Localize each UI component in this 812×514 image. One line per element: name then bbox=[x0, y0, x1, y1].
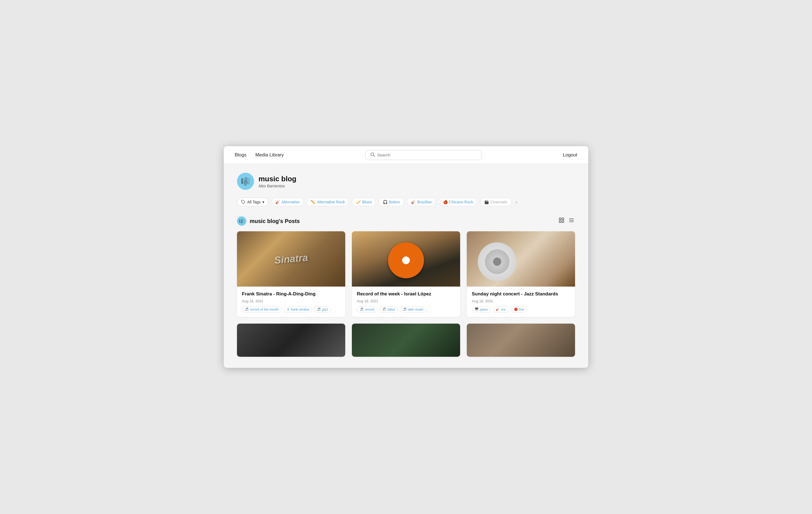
all-tags-button[interactable]: All Tags ▾ bbox=[237, 197, 268, 207]
tag-alternative-label: Alternative bbox=[282, 200, 300, 204]
post-card[interactable]: Sunday night concert - Jazz Standards Au… bbox=[467, 231, 575, 317]
view-controls bbox=[558, 217, 575, 225]
post-image-partial bbox=[352, 324, 460, 357]
svg-rect-5 bbox=[559, 221, 561, 222]
posts-avatar: 🎼 bbox=[237, 216, 246, 226]
tag-alternative-icon: 🎸 bbox=[276, 200, 280, 204]
tag-label: record bbox=[365, 307, 374, 312]
tag-icon: 🎸 bbox=[496, 307, 500, 311]
tags-next-chevron[interactable]: › bbox=[515, 199, 517, 205]
post-tag[interactable]: 🎵 jazz bbox=[314, 306, 331, 313]
tag-icon: 🎵 bbox=[382, 307, 386, 311]
tag-alternative-rock[interactable]: ✏️ Alternative Rock bbox=[307, 198, 349, 206]
post-title: Record of the week - Israel López bbox=[357, 291, 455, 297]
tag-bolero[interactable]: 🎧 Bolero bbox=[379, 198, 404, 206]
tag-alternative-rock-icon: ✏️ bbox=[311, 200, 315, 204]
post-body: Record of the week - Israel López Aug 18… bbox=[352, 287, 460, 317]
tag-cinematic[interactable]: 🎬 Cinematic bbox=[480, 198, 512, 206]
post-card[interactable]: Frank Sinatra - Ring-A-Ding-Ding Aug 18,… bbox=[237, 231, 345, 317]
post-card-partial[interactable] bbox=[237, 324, 345, 357]
blog-info: music blog Alex Barrientos bbox=[259, 174, 296, 188]
search-box bbox=[366, 150, 482, 160]
post-tag[interactable]: 🎵 salsa bbox=[379, 306, 398, 313]
grid-view-button[interactable] bbox=[558, 217, 565, 225]
tag-icon: 🎙 bbox=[287, 308, 290, 311]
search-input[interactable] bbox=[377, 153, 477, 157]
post-card[interactable]: Record of the week - Israel López Aug 18… bbox=[352, 231, 460, 317]
post-tag[interactable]: 🎵 record bbox=[357, 306, 377, 313]
svg-rect-3 bbox=[559, 218, 561, 220]
main-content: 🎼 music blog Alex Barrientos All Tags ▾ … bbox=[224, 164, 588, 368]
post-card-partial[interactable] bbox=[352, 324, 460, 357]
svg-rect-6 bbox=[562, 221, 564, 222]
tag-blues[interactable]: 🎺 Blues bbox=[352, 198, 376, 206]
blog-title: music blog bbox=[259, 174, 296, 183]
tag-cinematic-label: Cinematic bbox=[490, 200, 508, 204]
tag-icon: 🎵 bbox=[360, 307, 364, 311]
post-tag[interactable]: 🎸 snc bbox=[493, 306, 509, 313]
svg-line-1 bbox=[374, 156, 375, 157]
post-card-partial[interactable] bbox=[467, 324, 575, 357]
post-tags: 🎵 record of the month 🎙 frank sinatra 🎵 … bbox=[242, 306, 340, 313]
tag-label: salsa bbox=[387, 307, 395, 312]
tag-label: latin music bbox=[408, 307, 424, 312]
nav-links: Blogs Media Library bbox=[235, 152, 284, 158]
logout-button[interactable]: Logout bbox=[563, 152, 577, 158]
post-tag[interactable]: 🎵 record of the month bbox=[242, 306, 282, 313]
svg-rect-4 bbox=[562, 218, 564, 220]
tag-icon: 🎵 bbox=[403, 307, 407, 311]
post-title: Sunday night concert - Jazz Standards bbox=[472, 291, 570, 297]
tag-icon: 🎵 bbox=[245, 307, 249, 311]
tag-bolero-icon: 🎧 bbox=[383, 200, 387, 204]
post-image bbox=[237, 231, 345, 287]
tag-label: record of the month bbox=[250, 307, 279, 312]
blog-avatar: 🎼 bbox=[237, 173, 254, 190]
tag-brazilian-label: Brazilian bbox=[417, 200, 432, 204]
tag-icon: 🎹 bbox=[475, 307, 478, 311]
tag-chicano-rock-icon: 🍎 bbox=[443, 200, 448, 204]
tag-alternative[interactable]: 🎸 Alternative bbox=[271, 198, 304, 206]
tag-brazilian[interactable]: 🎸 Brazilian bbox=[407, 198, 436, 206]
post-date: Aug 18, 2021 bbox=[357, 299, 455, 303]
list-view-button[interactable] bbox=[568, 217, 575, 225]
tag-label: live bbox=[519, 307, 524, 312]
post-tag[interactable]: 🎵 latin music bbox=[400, 306, 427, 313]
svg-point-0 bbox=[371, 153, 374, 156]
post-image bbox=[467, 231, 575, 287]
tag-icon bbox=[241, 200, 245, 204]
tag-blues-label: Blues bbox=[362, 200, 372, 204]
posts-header: 🎼 music blog's Posts bbox=[237, 216, 575, 226]
tag-icon: 🎵 bbox=[317, 307, 321, 311]
post-body: Frank Sinatra - Ring-A-Ding-Ding Aug 18,… bbox=[237, 287, 345, 317]
post-image bbox=[352, 231, 460, 287]
all-tags-label: All Tags bbox=[247, 200, 261, 204]
posts-grid: Frank Sinatra - Ring-A-Ding-Ding Aug 18,… bbox=[237, 231, 575, 356]
search-icon bbox=[370, 152, 375, 158]
tag-icon: 🔴 bbox=[514, 307, 518, 311]
app-window: Blogs Media Library Logout 🎼 music blog … bbox=[224, 146, 588, 368]
all-tags-chevron: ▾ bbox=[262, 200, 264, 204]
posts-section-title: music blog's Posts bbox=[250, 218, 300, 224]
post-tags: 🎹 piano 🎸 snc 🔴 live bbox=[472, 306, 570, 313]
posts-title-row: 🎼 music blog's Posts bbox=[237, 216, 300, 226]
blog-author: Alex Barrientos bbox=[259, 184, 296, 188]
tag-label: snc bbox=[501, 307, 506, 312]
post-date: Aug 18, 2021 bbox=[242, 299, 340, 303]
blog-header: 🎼 music blog Alex Barrientos bbox=[237, 173, 575, 190]
tag-cinematic-icon: 🎬 bbox=[484, 200, 489, 204]
tag-chicano-rock[interactable]: 🍎 Chicano Rock bbox=[439, 198, 477, 206]
post-body: Sunday night concert - Jazz Standards Au… bbox=[467, 287, 575, 317]
tag-bolero-label: Bolero bbox=[389, 200, 400, 204]
nav-search-area bbox=[284, 150, 563, 160]
nav-media-library[interactable]: Media Library bbox=[256, 152, 284, 158]
tag-label: piano bbox=[480, 307, 488, 312]
post-tag[interactable]: 🎙 frank sinatra bbox=[284, 306, 312, 313]
post-tag[interactable]: 🎹 piano bbox=[472, 306, 491, 313]
post-tag[interactable]: 🔴 live bbox=[511, 306, 527, 313]
nav-blogs[interactable]: Blogs bbox=[235, 152, 246, 158]
tag-label: frank sinatra bbox=[291, 307, 309, 312]
post-title: Frank Sinatra - Ring-A-Ding-Ding bbox=[242, 291, 340, 297]
tags-row: All Tags ▾ 🎸 Alternative ✏️ Alternative … bbox=[237, 197, 575, 207]
tag-brazilian-icon: 🎸 bbox=[411, 200, 416, 204]
tag-blues-icon: 🎺 bbox=[356, 200, 361, 204]
